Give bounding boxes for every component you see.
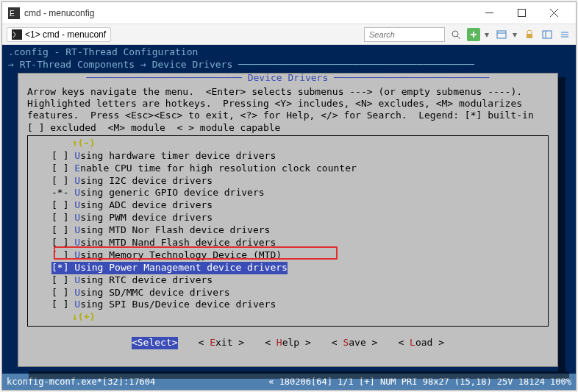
svg-line-8 bbox=[457, 36, 460, 39]
box-shadow-right bbox=[558, 77, 565, 371]
window: E cmd - menuconfig <1> cmd - menuconf ▾ … bbox=[1, 1, 577, 391]
titlebar: E cmd - menuconfig bbox=[2, 2, 576, 24]
tab-label: <1> cmd - menuconf bbox=[25, 29, 106, 40]
console-tab-icon bbox=[12, 29, 22, 40]
menu-item[interactable]: [ ] Using MTD Nand Flash device drivers bbox=[51, 237, 548, 249]
dropdown-icon[interactable]: ▾ bbox=[485, 29, 490, 40]
menu-item[interactable]: [ ] Using hardware timer device drivers bbox=[51, 150, 548, 163]
config-header: .config - RT-Thread Configuration → RT-T… bbox=[2, 45, 576, 73]
svg-point-7 bbox=[452, 31, 458, 37]
panel-icon[interactable] bbox=[540, 28, 554, 41]
menu-item[interactable]: -*- Using generic GPIO device drivers bbox=[51, 187, 548, 199]
breadcrumb: → RT-Thread Components → Device Drivers … bbox=[8, 59, 570, 71]
box-shadow bbox=[29, 371, 569, 379]
svg-rect-11 bbox=[497, 31, 506, 38]
minimize-button[interactable] bbox=[473, 3, 505, 24]
select-button[interactable]: <Select> bbox=[132, 337, 178, 349]
svg-rect-3 bbox=[518, 10, 525, 17]
menu-item[interactable]: [ ] Using PWM device drivers bbox=[51, 212, 548, 224]
menu-item[interactable]: [ ] Using SPI Bus/Device device drivers bbox=[51, 299, 548, 311]
list-icon[interactable] bbox=[558, 28, 571, 41]
window-title: cmd - menuconfig bbox=[24, 8, 473, 18]
svg-text:E: E bbox=[10, 10, 15, 18]
help-button[interactable]: < Help > bbox=[265, 337, 311, 349]
dropdown-icon-2[interactable]: ▾ bbox=[513, 29, 518, 40]
menu-item[interactable]: [ ] Using RTC device drivers bbox=[51, 274, 548, 287]
console-icon: E bbox=[8, 7, 20, 19]
search-icon[interactable] bbox=[449, 28, 463, 41]
menu-help: Arrow keys navigate the menu. <Enter> se… bbox=[18, 85, 557, 135]
load-button[interactable]: < Load > bbox=[398, 337, 444, 349]
menu-box: ─────────────────────────── Device Drive… bbox=[18, 73, 558, 367]
menu-buttons: <Select> < Exit > < Help > < Save > < Lo… bbox=[18, 337, 557, 349]
menu-item[interactable]: [ ] Using ADC device drivers bbox=[51, 199, 548, 212]
save-button[interactable]: < Save > bbox=[332, 337, 378, 349]
scroll-down-hint: ↓(+) bbox=[72, 311, 548, 324]
menu-item[interactable]: [ ] Using SD/MMC device drivers bbox=[51, 287, 548, 299]
menu-item[interactable]: [ ] Using Memory Technology Device (MTD) bbox=[51, 249, 548, 262]
svg-rect-14 bbox=[543, 31, 552, 38]
menu-item[interactable]: [ ] Using I2C device drivers bbox=[51, 175, 548, 188]
terminal: .config - RT-Thread Configuration → RT-T… bbox=[2, 45, 576, 374]
search-input[interactable] bbox=[364, 27, 445, 42]
svg-rect-6 bbox=[12, 29, 22, 40]
menu-item[interactable]: [ ] Using MTD Nor Flash device drivers bbox=[51, 224, 548, 237]
window-icon[interactable] bbox=[495, 28, 508, 41]
svg-rect-13 bbox=[527, 34, 532, 38]
menu-item[interactable]: [ ] Enable CPU time for high resolution … bbox=[51, 163, 548, 175]
exit-button[interactable]: < Exit > bbox=[199, 337, 245, 349]
tab-console[interactable]: <1> cmd - menuconf bbox=[7, 27, 111, 42]
menu-item[interactable]: [*] Using Power Management device driver… bbox=[51, 262, 548, 274]
scroll-up-hint: ↑(-) bbox=[72, 138, 548, 150]
menu-list[interactable]: ↑(-) [ ] Using hardware timer device dri… bbox=[27, 135, 549, 327]
config-title: .config - RT-Thread Configuration bbox=[8, 46, 570, 59]
maximize-button[interactable] bbox=[505, 3, 538, 24]
toolbar: <1> cmd - menuconf ▾ ▾ bbox=[2, 24, 576, 45]
menu-title: Device Drivers bbox=[248, 72, 329, 83]
add-button[interactable] bbox=[467, 28, 480, 41]
lock-icon[interactable] bbox=[523, 28, 536, 41]
close-button[interactable] bbox=[538, 3, 570, 24]
